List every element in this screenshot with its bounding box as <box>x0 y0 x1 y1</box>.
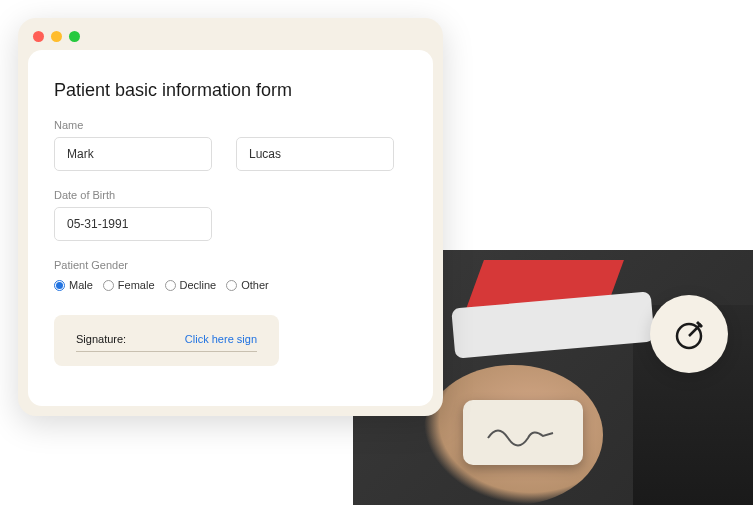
signature-link[interactable]: Click here sign <box>185 333 257 345</box>
radio-icon <box>165 280 176 291</box>
name-row <box>54 137 407 171</box>
signature-badge <box>650 295 728 373</box>
gender-radio-group: Male Female Decline Other <box>54 279 407 291</box>
radio-label: Decline <box>180 279 217 291</box>
radio-icon <box>103 280 114 291</box>
radio-label: Other <box>241 279 269 291</box>
gender-label: Patient Gender <box>54 259 407 271</box>
signature-label: Signature: <box>76 333 126 345</box>
signature-box: Signature: Click here sign <box>54 315 279 366</box>
gender-option-other[interactable]: Other <box>226 279 269 291</box>
form-card: Patient basic information form Name Date… <box>28 50 433 406</box>
gender-option-male[interactable]: Male <box>54 279 93 291</box>
radio-label: Male <box>69 279 93 291</box>
gender-option-decline[interactable]: Decline <box>165 279 217 291</box>
dob-label: Date of Birth <box>54 189 407 201</box>
radio-icon <box>226 280 237 291</box>
radio-label: Female <box>118 279 155 291</box>
phone-signature-icon <box>483 418 563 448</box>
last-name-input[interactable] <box>236 137 394 171</box>
window-titlebar <box>18 18 443 50</box>
form-window: Patient basic information form Name Date… <box>18 18 443 416</box>
maximize-icon[interactable] <box>69 31 80 42</box>
photo-phone <box>463 400 583 465</box>
first-name-input[interactable] <box>54 137 212 171</box>
gender-option-female[interactable]: Female <box>103 279 155 291</box>
dob-row <box>54 207 407 241</box>
close-icon[interactable] <box>33 31 44 42</box>
signature-row: Signature: Click here sign <box>76 333 257 352</box>
radio-icon <box>54 280 65 291</box>
pen-circle-icon <box>671 316 707 352</box>
name-label: Name <box>54 119 407 131</box>
minimize-icon[interactable] <box>51 31 62 42</box>
form-title: Patient basic information form <box>54 80 407 101</box>
dob-input[interactable] <box>54 207 212 241</box>
